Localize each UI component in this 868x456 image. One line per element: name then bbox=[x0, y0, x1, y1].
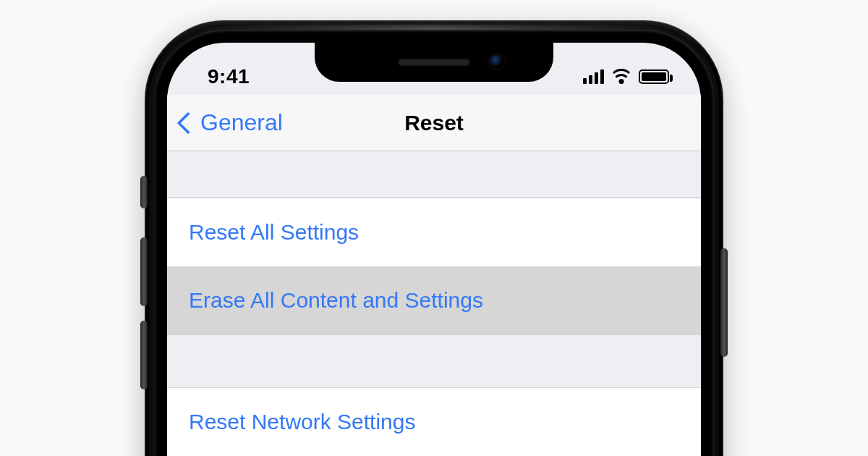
nav-bar: General Reset bbox=[167, 95, 701, 151]
list-spacer bbox=[167, 151, 701, 198]
reset-group-1: Reset All Settings Erase All Content and… bbox=[167, 198, 701, 335]
volume-up-button bbox=[140, 237, 148, 306]
erase-all-content-and-settings[interactable]: Erase All Content and Settings bbox=[167, 266, 701, 334]
list-spacer bbox=[167, 335, 701, 387]
back-button[interactable]: General bbox=[180, 95, 283, 151]
page-title: Reset bbox=[404, 111, 464, 135]
speaker-grille bbox=[398, 59, 470, 66]
cell-label: Reset All Settings bbox=[189, 220, 359, 245]
status-time: 9:41 bbox=[208, 65, 250, 88]
reset-network-settings[interactable]: Reset Network Settings bbox=[167, 388, 701, 456]
cell-label: Reset Network Settings bbox=[189, 410, 415, 434]
cellular-signal-icon bbox=[583, 69, 604, 84]
back-label: General bbox=[200, 109, 283, 136]
front-camera bbox=[490, 54, 504, 69]
phone-frame: 9:41 General Reset bbox=[145, 20, 723, 456]
cell-label: Erase All Content and Settings bbox=[189, 288, 483, 313]
settings-list[interactable]: Reset All Settings Erase All Content and… bbox=[167, 151, 701, 456]
power-button bbox=[720, 248, 728, 357]
mute-switch bbox=[140, 176, 148, 208]
battery-icon bbox=[639, 69, 669, 84]
reset-group-2: Reset Network Settings bbox=[167, 387, 701, 456]
notch bbox=[315, 43, 553, 82]
chevron-left-icon bbox=[176, 111, 199, 134]
screen: 9:41 General Reset bbox=[167, 43, 701, 456]
volume-down-button bbox=[140, 321, 148, 389]
reset-all-settings[interactable]: Reset All Settings bbox=[167, 198, 701, 266]
wifi-icon bbox=[611, 69, 631, 85]
